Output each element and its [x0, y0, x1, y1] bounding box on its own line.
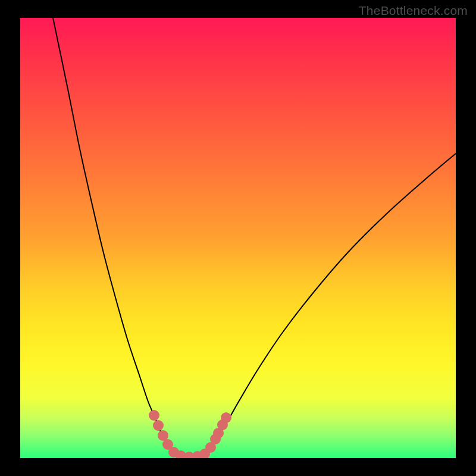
watermark-text: TheBottleneck.com — [359, 4, 468, 18]
marker-dot — [149, 410, 159, 421]
marker-dot — [153, 420, 164, 431]
marker-dot — [221, 412, 231, 423]
gradient-plot-area — [20, 18, 456, 458]
chart-frame: TheBottleneck.com — [0, 0, 476, 476]
bottleneck-curve — [53, 18, 456, 457]
curve-overlay — [20, 18, 456, 458]
highlight-markers — [149, 410, 231, 458]
